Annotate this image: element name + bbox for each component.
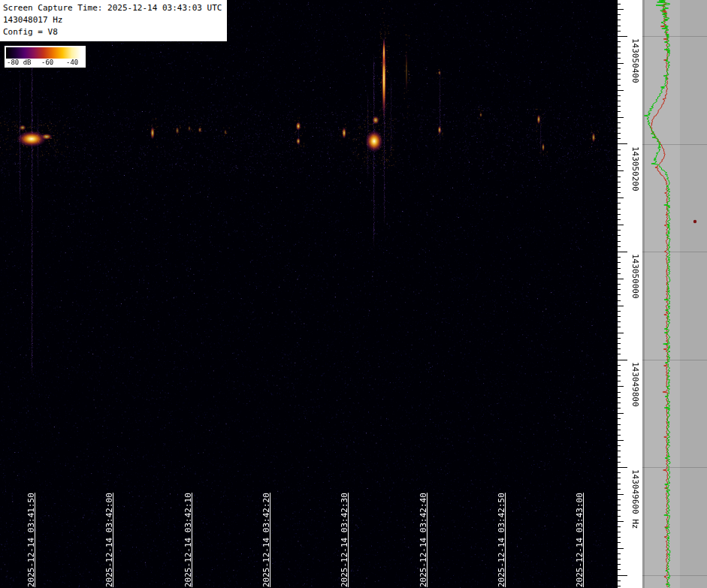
frequency-axis-label: 143049800 [630, 362, 640, 407]
legend-label-mid: -60 [41, 59, 53, 66]
capture-time-text: Screen Capture Time: 2025-12-14 03:43:03… [3, 2, 222, 14]
frequency-axis-label: 143050000 [630, 254, 640, 299]
time-axis-label: 2025-12-14 03:42:20 [261, 493, 271, 587]
config-text: Config = V8 [3, 26, 222, 38]
color-scale-gradient [6, 47, 81, 59]
frequency-axis-label: 143050200 [630, 146, 640, 191]
time-axis-label: 2025-12-14 03:42:30 [340, 493, 349, 587]
time-axis-label: 2025-12-14 03:42:50 [497, 493, 506, 587]
capture-info-box: Screen Capture Time: 2025-12-14 03:43:03… [0, 0, 227, 41]
time-axis-label: 2025-12-14 03:42:00 [104, 493, 114, 587]
frequency-axis-label: 143049600 Hz [630, 469, 640, 529]
color-scale-labels: -80 dB -60 -40 [6, 59, 84, 67]
spectrogram-screen-capture: Screen Capture Time: 2025-12-14 03:43:03… [0, 0, 707, 588]
legend-label-min: -80 dB [7, 59, 32, 66]
time-axis-label: 2025-12-14 03:43:00 [575, 493, 585, 587]
frequency-axis-label: 143050400 [630, 38, 640, 83]
time-axis-label: 2025-12-14 03:41:50 [26, 493, 36, 587]
legend-label-max: -40 [66, 59, 78, 66]
time-axis-label: 2025-12-14 03:42:40 [418, 493, 428, 587]
capture-frequency-text: 143048017 Hz [3, 14, 222, 26]
waterfall-spectrogram [0, 0, 618, 588]
color-scale-legend: -80 dB -60 -40 [5, 46, 86, 68]
time-axis-label: 2025-12-14 03:42:10 [183, 493, 193, 587]
live-spectrum-panel [642, 0, 707, 588]
